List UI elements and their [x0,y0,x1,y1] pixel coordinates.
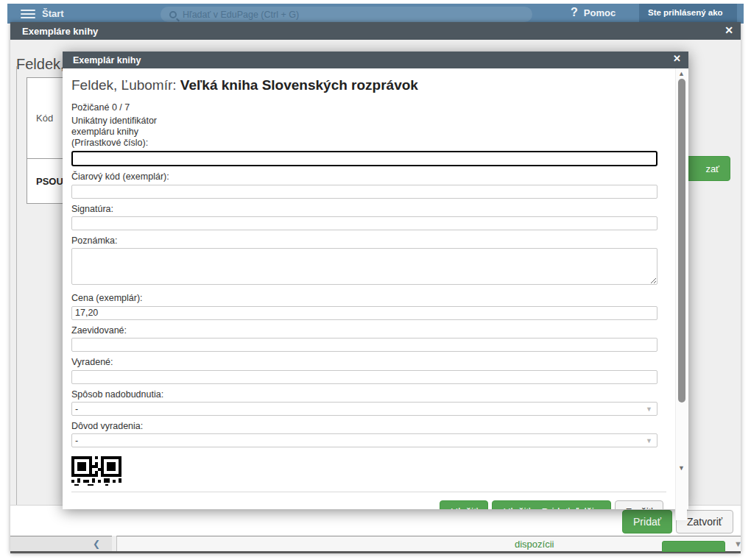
global-search-input[interactable]: Hľadať v EduPage (Ctrl + G) [161,7,532,22]
field-label-discarded: Vyradené: [71,357,666,367]
hamburger-menu-icon[interactable] [21,10,35,18]
registered-date-input[interactable] [71,338,657,352]
help-label: Pomoc [584,7,616,18]
partially-hidden-green-button[interactable]: zať [685,156,730,181]
book-copy-dialog-header: Exemplár knihy ✕ [63,52,688,68]
unique-id-input[interactable] [71,151,657,166]
close-icon[interactable]: ✕ [724,24,733,36]
search-icon [169,11,177,18]
save-button[interactable]: Uložiť [440,500,488,510]
cancel-button[interactable]: Zrušiť [615,500,663,510]
field-label-price: Cena (exemplár): [71,293,666,303]
scroll-up-icon[interactable]: ▲ [678,70,685,77]
price-input[interactable] [71,306,657,320]
availability-text-fragment: dispozícii [515,539,554,550]
field-label-signature: Signatúra: [71,204,666,214]
list-panel: dispozícii ▼ [116,536,741,551]
question-mark-icon: ? [571,6,578,19]
note-textarea[interactable] [71,248,657,285]
hidden-green-button-sliver[interactable] [662,541,725,552]
left-panel: ❮ [10,536,112,551]
footer-divider [71,492,666,492]
book-copy-dialog-title: Exemplár knihy [73,55,141,65]
book-copies-modal-title: Exempláre knihy [22,26,98,37]
book-title-line: Feldek, Ľubomír: Veľká kniha Slovenských… [71,77,666,93]
book-copy-dialog-body: Feldek, Ľubomír: Veľká kniha Slovenských… [63,68,688,509]
field-label-registered: Zaevidované: [71,325,666,336]
screen: Štart Hľadať v EduPage (Ctrl + G) ? Pomo… [0,0,751,560]
barcode-input[interactable] [71,185,657,199]
field-label-discard-reason: Dôvod vyradenia: [71,421,666,431]
discard-reason-select[interactable]: - ▼ [71,433,657,447]
field-label-note: Poznámka: [71,235,666,246]
borrowed-counter: Požičané 0 / 7 [71,102,666,113]
field-label-acquisition: Spôsob nadobudnutia: [71,389,666,400]
save-and-add-button[interactable]: Uložiť a Pridať ďalšiu [492,500,610,510]
add-copy-button[interactable]: Pridať [622,510,672,534]
dialog-buttons: Uložiť Uložiť a Pridať ďalšiu Zrušiť [71,500,666,510]
search-placeholder: Hľadať v EduPage (Ctrl + G) [183,10,299,20]
help-button[interactable]: ? Pomoc [571,6,616,19]
book-copies-modal-header: Exempláre knihy ✕ [10,22,741,40]
start-menu-button[interactable]: Štart [42,8,64,19]
field-label-unique-id: Unikátny identifikátor exempláru knihy (… [71,116,189,149]
discarded-date-input[interactable] [71,370,657,384]
qr-code-image [71,456,123,486]
scroll-down-icon[interactable]: ▼ [678,464,685,472]
chevron-down-icon: ▼ [646,405,652,413]
close-icon[interactable]: ✕ [673,53,681,64]
top-app-bar: Štart Hľadať v EduPage (Ctrl + G) ? Pomo… [7,4,744,24]
chevron-down-icon: ▼ [646,437,652,444]
field-label-barcode: Čiarový kód (exemplár): [71,171,666,182]
content-divider-line [16,66,17,505]
signature-input[interactable] [71,216,657,230]
book-copy-dialog: Exemplár knihy ✕ Feldek, Ľubomír: Veľká … [63,52,688,509]
collapse-panel-icon[interactable]: ❮ [93,539,100,549]
dialog-scrollbar[interactable]: ▲ ▼ [675,68,687,520]
scrollbar-thumb[interactable] [678,79,685,403]
acquisition-method-select[interactable]: - ▼ [71,402,657,416]
logged-in-status[interactable]: Ste prihlásený ako [639,4,737,24]
book-copies-footer: Pridať Zatvoriť [10,505,741,536]
background-list-strip: ❮ dispozícii ▼ [10,536,741,551]
scroll-down-icon[interactable]: ▼ [734,539,742,548]
